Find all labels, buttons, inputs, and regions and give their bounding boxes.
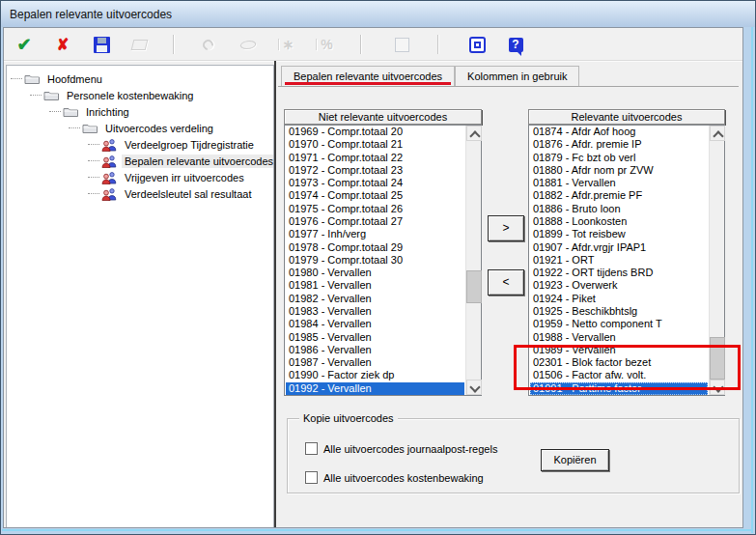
list-item[interactable]: 01899 - Tot reisbew [530, 228, 708, 240]
list-item[interactable]: 01924 - Piket [530, 293, 708, 305]
list-item[interactable]: 01973 - Compr.totaal 24 [286, 177, 464, 189]
list-item[interactable]: 01506 - Factor afw. volt. [530, 369, 708, 381]
tree-connector [88, 177, 99, 178]
right-list-scrollbar[interactable] [709, 126, 724, 395]
list-item[interactable]: 01972 - Compr.totaal 23 [286, 164, 464, 177]
right-list-header[interactable]: Relevante uitvoercodes [528, 109, 725, 125]
list-item[interactable]: 01979 - Compr.totaal 30 [286, 254, 464, 267]
move-right-button[interactable]: > [488, 215, 524, 241]
checkbox-row-journaalpost[interactable]: Alle uitvoercodes journaalpost-regels [305, 442, 497, 455]
list-item[interactable]: 01921 - ORT [530, 254, 708, 267]
move-left-button[interactable]: < [488, 269, 524, 296]
app-window: Bepalen relevante uitvoercodes ✔ ✘ ∗ % ?… [0, 0, 756, 535]
tree-connector [49, 111, 61, 112]
list-item[interactable]: 01888 - Loonkosten [530, 215, 708, 228]
checkbox-journaalpost[interactable] [305, 442, 318, 455]
tree-item[interactable]: Bepalen relevante uitvoercodes [7, 153, 273, 169]
scroll-down-button[interactable] [710, 380, 725, 395]
list-item[interactable]: 01982 - Vervallen [286, 293, 464, 305]
list-item[interactable]: 01974 - Compr.totaal 25 [286, 189, 464, 202]
list-item[interactable]: 01986 - Vervallen [286, 344, 464, 356]
list-item[interactable]: 01985 - Vervallen [286, 331, 464, 344]
list-item[interactable]: 01991 - Parttime factor [530, 382, 708, 395]
tree-connector [88, 160, 99, 161]
list-item[interactable]: 01925 - Beschikbhtslg [530, 305, 708, 318]
tab-kolommen-in-gebruik[interactable]: Kolommen in gebruik [455, 66, 579, 87]
scroll-up-button[interactable] [466, 126, 482, 141]
tab-bepalen-relevante-uitvoercodes[interactable]: Bepalen relevante uitvoercodes [281, 66, 455, 87]
list-item[interactable]: 01971 - Compr.totaal 22 [286, 152, 464, 164]
square-icon [395, 38, 409, 52]
list-item[interactable]: 01970 - Compr.totaal 21 [286, 138, 464, 151]
list-item[interactable]: 01978 - Compr.totaal 29 [286, 241, 464, 254]
scrollbar-thumb[interactable] [466, 270, 482, 303]
list-item[interactable]: 01988 - Vervallen [530, 331, 708, 344]
left-list-scrollbar[interactable] [465, 126, 481, 395]
tab-bar: Bepalen relevante uitvoercodes Kolommen … [281, 66, 579, 87]
help-button[interactable]: ? [503, 33, 528, 56]
checkbox-kostenbewaking[interactable] [305, 471, 318, 484]
list-item[interactable]: 01976 - Compr.totaal 27 [286, 215, 464, 228]
list-item[interactable]: 01992 - Vervallen [286, 382, 464, 395]
right-listbox: 01874 - Afdr Aof hoog01876 - Afdr. premi… [528, 125, 725, 396]
list-item[interactable]: 01923 - Overwerk [530, 279, 708, 292]
tree-item-label: Uitvoercodes verdeling [102, 122, 216, 135]
scrollbar-thumb[interactable] [710, 337, 725, 380]
scroll-up-button[interactable] [710, 126, 725, 141]
cancel-button[interactable]: ✘ [50, 33, 75, 56]
window-button[interactable] [464, 33, 490, 56]
toolbar: ✔ ✘ ∗ % ? [4, 28, 742, 61]
tree-item[interactable]: Uitvoercodes verdeling [7, 120, 273, 136]
list-item[interactable]: 01881 - Vervallen [530, 177, 708, 189]
tree-item[interactable]: Hoofdmenu [7, 70, 273, 87]
star-icon: ∗ [283, 37, 294, 52]
list-item[interactable]: 01975 - Compr.totaal 26 [286, 203, 464, 215]
list-item[interactable]: 01880 - Afdr nom pr ZVW [530, 164, 708, 177]
right-list-items: 01874 - Afdr Aof hoog01876 - Afdr. premi… [530, 126, 708, 395]
toolbar-separator [360, 35, 361, 54]
list-item[interactable]: 01990 - Factor ziek dp [286, 369, 464, 381]
list-item[interactable]: 02301 - Blok factor bezet [530, 356, 708, 369]
list-item[interactable]: 01879 - Fc bzt ob verl [530, 152, 708, 164]
list-item[interactable]: 01981 - Vervallen [286, 279, 464, 292]
percent-icon: % [321, 37, 332, 52]
list-item[interactable]: 01907 - Afdr.vrgjr IPAP1 [530, 241, 708, 254]
tree-item-label: Inrichting [83, 105, 132, 119]
tree-item[interactable]: Personele kostenbewaking [7, 87, 273, 103]
left-listbox: 01969 - Compr.totaal 2001970 - Compr.tot… [284, 125, 482, 396]
help-icon: ? [509, 38, 523, 52]
tree-item[interactable]: Inrichting [7, 103, 273, 120]
groupbox-title: Kopie uitvoercodes [299, 412, 398, 424]
list-item[interactable]: 01922 - ORT tijdens BRD [530, 267, 708, 279]
list-item[interactable]: 01989 - Vervallen [530, 344, 708, 356]
list-item[interactable]: 01980 - Vervallen [286, 267, 464, 279]
tool-button-star: ∗ [273, 33, 298, 56]
checkbox-row-kostenbewaking[interactable]: Alle uitvoercodes kostenbewaking [305, 471, 484, 484]
list-item[interactable]: 01983 - Vervallen [286, 305, 464, 318]
copy-button[interactable]: Kopiëren [541, 449, 609, 471]
scroll-down-button[interactable] [466, 380, 482, 395]
users-icon [101, 187, 118, 201]
list-item[interactable]: 01876 - Afdr. premie IP [530, 138, 708, 151]
window-border-accent [751, 27, 753, 533]
tree-item-label: Verdeelgroep Tijdregistratie [122, 138, 257, 152]
checkmark-icon: ✔ [16, 34, 31, 55]
left-list-header[interactable]: Niet relevante uitvoercodes [284, 109, 482, 125]
list-item[interactable]: 01987 - Vervallen [286, 356, 464, 369]
tree-item[interactable]: Verdeelsleutel sal resultaat [7, 185, 273, 202]
copy-groupbox: Kopie uitvoercodes Alle uitvoercodes jou… [287, 418, 740, 493]
list-item[interactable]: 01984 - Vervallen [286, 318, 464, 330]
list-item[interactable]: 01886 - Bruto loon [530, 203, 708, 215]
list-item[interactable]: 01977 - Inh/verg [286, 228, 464, 240]
tree-item[interactable]: Verdeelgroep Tijdregistratie [7, 136, 273, 153]
folder-icon [43, 89, 60, 102]
save-button[interactable] [89, 33, 114, 56]
list-item[interactable]: 01882 - Afdr.premie PF [530, 189, 708, 202]
list-item[interactable]: 01969 - Compr.totaal 20 [286, 126, 464, 138]
printer-icon [130, 40, 148, 50]
list-item[interactable]: 01874 - Afdr Aof hoog [530, 126, 708, 138]
list-item[interactable]: 01959 - Netto component T [530, 318, 708, 330]
bar-icon [316, 39, 317, 50]
tree-item[interactable]: Vrijgeven irr uitvoercodes [7, 169, 273, 185]
confirm-button[interactable]: ✔ [12, 33, 37, 56]
